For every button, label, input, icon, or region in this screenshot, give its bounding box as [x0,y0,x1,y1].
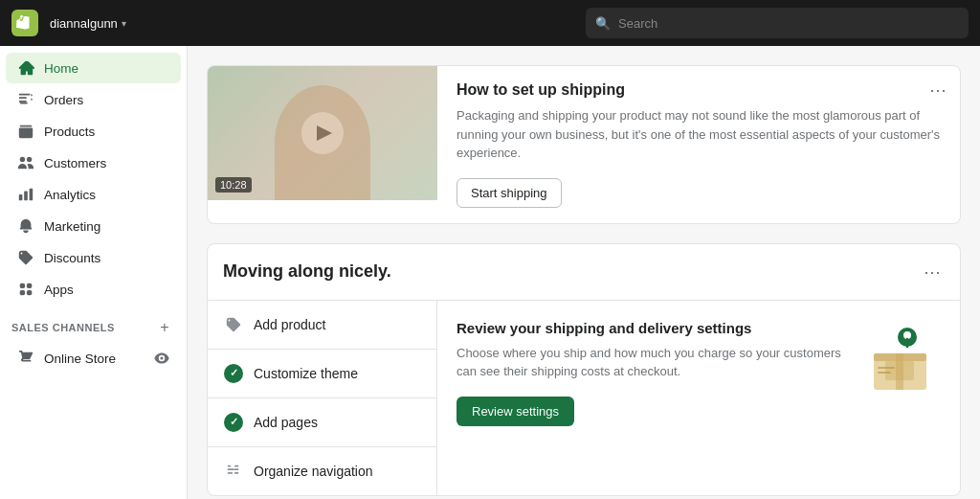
navigation-icon [223,461,244,482]
shipping-card-title: How to set up shipping [457,81,941,99]
online-store-label: Online Store [44,352,116,366]
main-layout: Home Orders Products Custo [0,46,980,499]
svg-rect-4 [896,353,903,390]
sidebar-item-customers-label: Customers [44,156,169,170]
sales-channels-header: SALES CHANNELS + [0,306,187,342]
topbar: diannalgunn ▾ 🔍 [0,0,980,46]
online-store-left: Online Store [17,350,116,367]
review-panel-title: Review your shipping and delivery settin… [457,320,849,336]
sidebar-item-discounts-label: Discounts [44,251,169,265]
start-shipping-button[interactable]: Start shipping [457,178,562,208]
task-customize-theme-label: Customize theme [254,366,358,381]
sidebar-item-analytics-label: Analytics [44,188,169,202]
review-settings-button[interactable]: Review settings [457,397,574,426]
online-store-visibility-icon [154,351,169,366]
shipping-card-info: ⋯ How to set up shipping Packaging and s… [437,66,960,223]
tag-icon [223,314,244,335]
store-dropdown-icon: ▾ [122,18,126,29]
sidebar-item-marketing[interactable]: Marketing [6,211,181,241]
sidebar-item-marketing-label: Marketing [44,219,169,234]
shipping-card-menu-button[interactable]: ⋯ [925,76,950,104]
svg-rect-8 [878,372,891,374]
search-icon: 🔍 [595,16,611,31]
sidebar-item-home[interactable]: Home [6,53,181,83]
svg-rect-0 [20,102,28,104]
sales-channels-label: SALES CHANNELS [11,322,115,333]
main-content: 10:28 ⋯ How to set up shipping Packaging… [188,46,980,499]
sidebar-item-orders[interactable]: Orders [6,84,181,115]
add-sales-channel-button[interactable]: + [154,317,175,338]
task-add-pages-label: Add pages [254,415,318,430]
orders-icon [17,91,34,108]
home-icon [17,59,34,77]
check-circle-icon-2 [224,413,243,432]
sidebar-item-products-label: Products [44,125,169,139]
moving-card-title: Moving along nicely. [223,261,391,282]
svg-rect-7 [878,367,895,369]
review-content: Review your shipping and delivery settin… [457,320,849,426]
moving-card-header: Moving along nicely. ⋯ [208,244,960,301]
sidebar-item-analytics[interactable]: Analytics [6,179,181,210]
marketing-icon [17,217,34,235]
moving-card-menu-button[interactable]: ⋯ [920,258,945,286]
task-organize-navigation[interactable]: Organize navigation [208,447,436,495]
discounts-icon [17,249,34,266]
search-input[interactable] [618,16,959,31]
products-icon [17,123,34,140]
task-add-pages[interactable]: Add pages [208,398,436,447]
review-shipping-panel: Review your shipping and delivery settin… [437,301,960,495]
shipping-card: 10:28 ⋯ How to set up shipping Packaging… [207,65,961,224]
task-customize-theme[interactable]: Customize theme [208,350,436,398]
check-circle-icon [224,364,243,383]
moving-card-body: Add product Customize theme [208,301,960,495]
sidebar-item-apps-label: Apps [44,283,169,297]
shipping-illustration [864,320,941,397]
analytics-icon [17,186,34,203]
sidebar-item-discounts[interactable]: Discounts [6,242,181,273]
sidebar-item-online-store[interactable]: Online Store [6,343,181,374]
moving-along-card: Moving along nicely. ⋯ Add product [207,243,961,496]
sidebar-item-apps[interactable]: Apps [6,274,181,305]
task-add-product[interactable]: Add product [208,301,436,350]
search-bar[interactable]: 🔍 [586,8,969,38]
store-name-button[interactable]: diannalgunn ▾ [50,16,126,31]
shopify-logo [11,10,38,36]
video-thumbnail[interactable]: 10:28 [208,66,437,200]
customize-check-icon [223,363,244,384]
online-store-icon [17,350,34,367]
shipping-card-description: Packaging and shipping your product may … [457,106,941,163]
video-duration: 10:28 [215,177,252,193]
apps-icon [17,281,34,298]
pages-check-icon [223,412,244,433]
review-panel-description: Choose where you ship and how much you c… [457,344,849,381]
sidebar-item-products[interactable]: Products [6,116,181,147]
sidebar-item-orders-label: Orders [44,93,169,107]
sidebar-item-customers[interactable]: Customers [6,147,181,178]
customers-icon [17,154,34,171]
sidebar-item-home-label: Home [44,61,169,76]
task-organize-navigation-label: Organize navigation [254,464,373,479]
tasks-list: Add product Customize theme [208,301,437,495]
task-add-product-label: Add product [254,317,326,332]
sidebar: Home Orders Products Custo [0,46,188,499]
